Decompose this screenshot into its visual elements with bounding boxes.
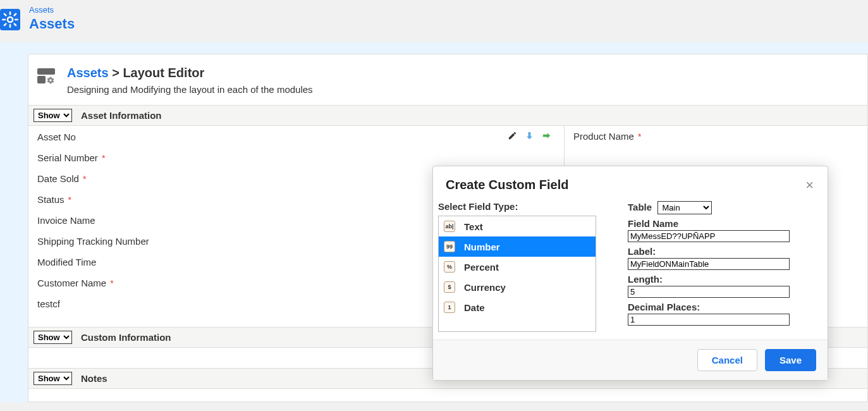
svg-point-0	[8, 16, 13, 21]
field-type-label: Currency	[464, 282, 506, 293]
section-bar-asset-information: Show Asset Information	[28, 105, 867, 126]
section-title: Custom Information	[81, 332, 171, 343]
field-label: Serial Number	[37, 152, 98, 163]
field-name-label: Field Name	[628, 218, 678, 229]
table-select[interactable]: Main	[657, 201, 712, 214]
field-name-input[interactable]	[628, 230, 790, 242]
section-title: Asset Information	[81, 110, 162, 121]
field-type-label: Date	[464, 302, 485, 313]
panel-header: Assets > Layout Editor Designing and Mod…	[28, 54, 867, 105]
field-label: Status	[37, 194, 64, 205]
section-title: Notes	[81, 373, 107, 384]
cancel-button[interactable]: Cancel	[697, 349, 757, 371]
field-type-option[interactable]: $Currency	[439, 277, 596, 297]
field-label: Customer Name	[37, 278, 106, 288]
type-icon: 1	[444, 302, 455, 313]
save-button[interactable]: Save	[765, 349, 816, 371]
required-indicator: *	[68, 195, 71, 205]
decimal-places-input[interactable]	[628, 314, 790, 326]
edit-icon[interactable]	[508, 131, 517, 142]
panel-description: Designing and Modifying the layout in ea…	[67, 84, 313, 95]
length-label: Length:	[628, 274, 663, 285]
type-icon: 99	[444, 241, 455, 252]
field-label: Modified Time	[37, 257, 96, 267]
field-row[interactable]: Product Name*	[565, 126, 867, 147]
modal-title: Create Custom Field	[446, 178, 568, 192]
create-custom-field-modal: Create Custom Field × Select Field Type:…	[432, 166, 828, 381]
field-type-label: Number	[464, 242, 500, 252]
select-field-type-label: Select Field Type:	[438, 201, 596, 212]
label-label: Label:	[628, 246, 656, 257]
close-icon[interactable]: ×	[805, 178, 814, 192]
field-label: Product Name	[573, 131, 634, 142]
field-label: Shipping Tracking Number	[37, 236, 149, 247]
field-label: Date Sold	[37, 173, 79, 184]
breadcrumb-current: Layout Editor	[123, 66, 204, 80]
label-input[interactable]	[628, 258, 790, 270]
length-input[interactable]	[628, 286, 790, 298]
field-type-label: Text	[464, 221, 483, 232]
field-label: Invoice Name	[37, 215, 95, 226]
arrow-right-icon[interactable]	[542, 131, 551, 142]
type-icon: ab|	[444, 221, 455, 232]
breadcrumb-module[interactable]: Assets	[29, 5, 75, 15]
layout-editor-icon	[37, 68, 56, 87]
app-header: Assets Assets	[0, 0, 868, 42]
show-toggle-select[interactable]: Show	[34, 109, 72, 122]
breadcrumb-assets-link[interactable]: Assets	[67, 66, 109, 80]
required-indicator: *	[638, 132, 641, 142]
field-type-label: Percent	[464, 262, 499, 273]
type-icon: %	[444, 261, 455, 273]
arrow-down-icon[interactable]	[525, 131, 534, 142]
field-type-option[interactable]: 99Number	[439, 236, 596, 257]
required-indicator: *	[102, 153, 105, 163]
field-type-option[interactable]: ab|Text	[439, 216, 596, 236]
required-indicator: *	[83, 174, 86, 184]
app-logo-icon	[0, 9, 20, 30]
type-icon: $	[444, 281, 455, 293]
show-toggle-select[interactable]: Show	[34, 331, 72, 344]
table-label: Table	[628, 202, 652, 212]
field-type-option[interactable]: %Percent	[439, 257, 596, 277]
field-label: testcf	[37, 298, 60, 309]
field-row[interactable]: Asset No	[28, 126, 564, 147]
field-label: Asset No	[37, 132, 76, 142]
required-indicator: *	[110, 278, 113, 288]
field-type-option[interactable]: 1Date	[439, 297, 596, 317]
field-type-list[interactable]: ab|Text99Number%Percent$Currency1Date	[438, 216, 596, 332]
show-toggle-select[interactable]: Show	[34, 372, 72, 385]
decimal-places-label: Decimal Places:	[628, 302, 700, 312]
breadcrumb-separator: >	[109, 66, 123, 80]
page-module-title: Assets	[29, 16, 75, 32]
